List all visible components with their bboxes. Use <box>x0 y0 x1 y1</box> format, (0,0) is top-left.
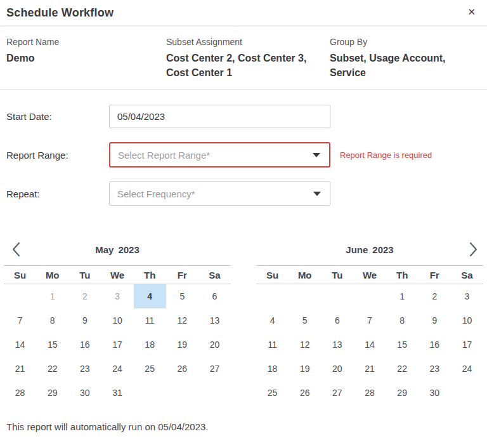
calendar-day[interactable]: 15 <box>386 333 419 357</box>
calendar-day[interactable]: 4 <box>134 284 166 308</box>
calendar-day[interactable]: 2 <box>419 284 451 308</box>
calendar-day[interactable]: 25 <box>256 381 289 405</box>
summary-report-name: Report Name Demo <box>6 37 166 80</box>
calendar-day[interactable]: 10 <box>451 308 483 333</box>
month-year: 2023 <box>118 244 139 255</box>
calendar-day[interactable]: 1 <box>36 284 68 308</box>
month-title: May2023 <box>25 244 209 255</box>
day-of-week-header: Sa <box>451 265 483 284</box>
calendar-day[interactable]: 19 <box>289 357 321 381</box>
group-by-label: Group By <box>330 37 481 47</box>
calendar-day[interactable]: 17 <box>451 333 483 357</box>
day-of-week-header: Mo <box>289 265 321 284</box>
calendar-day[interactable]: 29 <box>36 381 68 405</box>
prev-month-button[interactable] <box>4 242 25 257</box>
calendar-day[interactable]: 14 <box>353 333 386 357</box>
start-date-input[interactable] <box>109 105 330 128</box>
calendar-day[interactable]: 4 <box>256 308 289 333</box>
calendar-day[interactable]: 10 <box>101 308 133 333</box>
month-name: May <box>95 244 114 255</box>
calendar-day[interactable]: 5 <box>166 284 198 308</box>
calendar-day[interactable]: 24 <box>101 357 133 381</box>
calendar-day[interactable]: 2 <box>68 284 101 308</box>
calendar-day[interactable]: 11 <box>256 333 289 357</box>
calendar-day[interactable]: 8 <box>386 308 419 333</box>
date-picker: May2023 SuMoTuWeThFrSa123456789101112131… <box>0 220 487 405</box>
day-of-week-header: Su <box>256 265 289 284</box>
day-of-week-header: Sa <box>198 265 231 284</box>
calendar-day[interactable]: 7 <box>353 308 386 333</box>
calendar-day[interactable]: 18 <box>256 357 289 381</box>
calendar-day[interactable]: 20 <box>198 333 231 357</box>
calendar-day[interactable]: 12 <box>166 308 198 333</box>
calendar-day[interactable]: 14 <box>4 333 36 357</box>
calendar-day[interactable]: 8 <box>36 308 68 333</box>
calendar-day[interactable]: 30 <box>419 381 451 405</box>
calendar-day[interactable]: 15 <box>36 333 68 357</box>
calendar-day[interactable]: 16 <box>68 333 101 357</box>
calendar-day[interactable]: 9 <box>419 308 451 333</box>
calendar-day[interactable]: 24 <box>451 357 483 381</box>
start-date-label: Start Date: <box>6 111 109 122</box>
page-title: Schedule Workflow <box>6 6 114 20</box>
calendar-day[interactable]: 26 <box>289 381 321 405</box>
repeat-row: Repeat: Select Frequency* <box>6 181 481 206</box>
report-range-label: Report Range: <box>6 150 109 161</box>
schedule-workflow-dialog: Schedule Workflow ✕ Report Name Demo Sub… <box>0 0 487 448</box>
calendar-day[interactable]: 18 <box>134 333 166 357</box>
calendar-day[interactable]: 29 <box>386 381 419 405</box>
calendar-day[interactable]: 17 <box>101 333 133 357</box>
calendar-day-empty <box>166 381 198 405</box>
calendar-day[interactable]: 23 <box>68 357 101 381</box>
calendar-day[interactable]: 28 <box>4 381 36 405</box>
calendar-day-empty <box>4 284 36 308</box>
calendar-day[interactable]: 28 <box>353 381 386 405</box>
calendar-day[interactable]: 21 <box>4 357 36 381</box>
calendar-day[interactable]: 20 <box>321 357 353 381</box>
calendar-day[interactable]: 16 <box>419 333 451 357</box>
calendar-day[interactable]: 5 <box>289 308 321 333</box>
calendar-day[interactable]: 25 <box>134 357 166 381</box>
summary-group-by: Group By Subset, Usage Account, Service <box>330 37 481 80</box>
calendar-day[interactable]: 9 <box>68 308 101 333</box>
calendar-day[interactable]: 27 <box>321 381 353 405</box>
calendar-day[interactable]: 12 <box>289 333 321 357</box>
calendar-day[interactable]: 19 <box>166 333 198 357</box>
calendar-day[interactable]: 27 <box>198 357 231 381</box>
calendar-day[interactable]: 23 <box>419 357 451 381</box>
dialog-header: Schedule Workflow ✕ <box>0 0 487 27</box>
calendar-day-empty <box>198 381 231 405</box>
schedule-form: Start Date: Report Range: Select Report … <box>0 89 487 206</box>
calendar-day-empty <box>321 284 353 308</box>
next-month-button[interactable] <box>462 242 483 257</box>
calendar-day[interactable]: 6 <box>321 308 353 333</box>
day-of-week-header: Th <box>134 265 166 284</box>
calendar-day[interactable]: 22 <box>386 357 419 381</box>
report-name-label: Report Name <box>6 37 166 47</box>
month-title: June2023 <box>278 244 462 255</box>
calendar-day[interactable]: 13 <box>321 333 353 357</box>
calendar-day[interactable]: 7 <box>4 308 36 333</box>
calendar-grid: SuMoTuWeThFrSa12345678910111213141516171… <box>256 265 483 405</box>
report-range-select[interactable]: Select Report Range* <box>109 142 330 168</box>
calendar-day[interactable]: 22 <box>36 357 68 381</box>
calendar-day[interactable]: 3 <box>451 284 483 308</box>
calendar-day[interactable]: 26 <box>166 357 198 381</box>
calendar-day[interactable]: 21 <box>353 357 386 381</box>
calendar-day[interactable]: 6 <box>198 284 231 308</box>
calendar-day[interactable]: 11 <box>134 308 166 333</box>
summary-subset-assignment: Subset Assignment Cost Center 2, Cost Ce… <box>166 37 330 80</box>
calendar-month-june: June2023 SuMoTuWeThFrSa12345678910111213… <box>256 239 483 405</box>
repeat-select[interactable]: Select Frequency* <box>109 181 330 206</box>
subset-assignment-value: Cost Center 2, Cost Center 3, Cost Cente… <box>166 51 313 80</box>
calendar-day[interactable]: 3 <box>101 284 133 308</box>
calendar-day[interactable]: 1 <box>386 284 419 308</box>
report-name-value: Demo <box>6 51 166 65</box>
chevron-down-icon <box>313 153 320 157</box>
calendar-day[interactable]: 30 <box>68 381 101 405</box>
day-of-week-header: Tu <box>68 265 101 284</box>
calendar-day[interactable]: 31 <box>101 381 133 405</box>
calendar-day[interactable]: 13 <box>198 308 231 333</box>
chevron-down-icon <box>313 192 321 196</box>
close-icon[interactable]: ✕ <box>464 4 479 19</box>
